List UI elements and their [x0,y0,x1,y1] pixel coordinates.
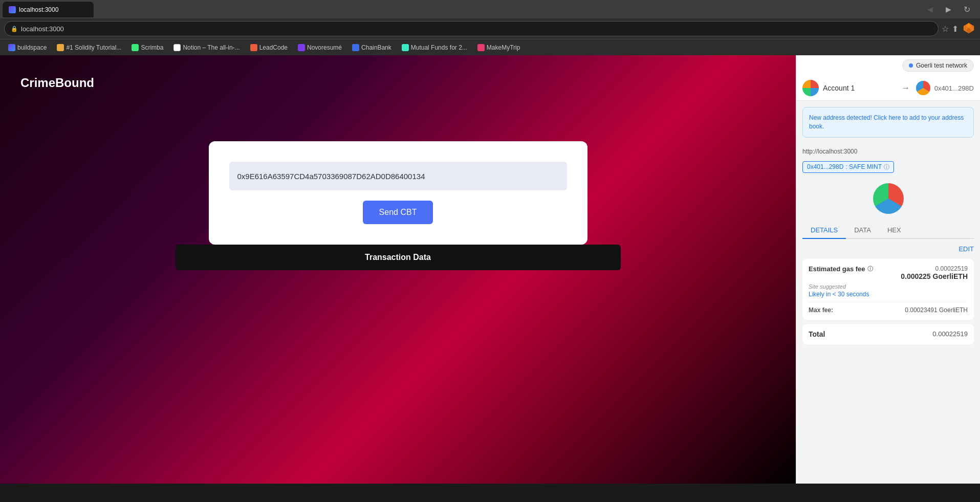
site-title: CrimeBound [20,76,94,90]
mm-total-section: Total 0.00022519 [802,324,974,344]
scrimba-icon [132,44,139,51]
mm-total-label: Total [809,330,825,338]
mm-header: Goerli test network Account 1 → 0x401...… [796,55,980,101]
notion-icon [173,44,181,51]
network-badge[interactable]: Goerli test network [902,59,974,72]
bookmark-label: MakeMyTrip [487,44,520,51]
metamask-extension-button[interactable] [962,21,976,36]
metamask-icon [963,22,975,34]
active-tab[interactable]: localhost:3000 [2,1,94,17]
address-input[interactable]: 0x9E616A63597CD4a5703369087D62AD0D864001… [229,162,567,190]
bookmark-label: #1 Solidity Tutorial... [66,44,121,51]
mm-gas-info-icon[interactable]: ⓘ [867,265,873,273]
mm-tab-hex[interactable]: HEX [879,222,909,239]
mm-safe-address: 0x401...298D [807,163,843,170]
tab-bar: localhost:3000 ◀ ▶ ↻ [0,0,980,18]
mm-total-row: Total 0.00022519 [809,330,968,338]
tab-favicon [9,6,16,13]
mm-gas-label-text: Estimated gas fee [809,265,865,273]
mm-notification-text: New address detected! Click here to add … [809,114,964,130]
mm-max-label: Max fee: [809,307,833,314]
bookmark-scrimba[interactable]: Scrimba [127,42,167,53]
mm-tab-data[interactable]: DATA [846,222,879,239]
bookmark-label: Novoresumé [307,44,342,51]
mm-info-icon: ⓘ [884,163,889,171]
mm-total-value: 0.00022519 [932,330,968,338]
lock-icon: 🔒 [11,26,18,32]
tab-title: localhost:3000 [19,6,88,13]
bookmark-mutual[interactable]: Mutual Funds for 2... [398,42,471,53]
bookmark-notion[interactable]: Notion – The all-in-... [169,42,244,53]
mm-top-row: Goerli test network [802,55,974,76]
content-card: 0x9E616A63597CD4a5703369087D62AD0D864001… [209,141,587,245]
site-header: CrimeBound [0,66,796,100]
bookmark-solidity[interactable]: #1 Solidity Tutorial... [53,42,125,53]
back-arrow-icon: ◀ [927,5,933,13]
address-text: localhost:3000 [21,25,64,33]
leadcode-icon [250,44,257,51]
address-bar[interactable]: 🔒 localhost:3000 [4,21,939,36]
bookmark-label: LeadCode [259,44,288,51]
network-dot-icon [909,63,913,68]
mm-safe-badge[interactable]: 0x401...298D : SAFE MINT ⓘ [802,161,894,173]
mm-chart-row [796,175,980,222]
forward-arrow-icon: ▶ [946,5,951,13]
mm-site-url: http://localhost:3000 [796,144,980,159]
mm-gas-values: 0.00022519 0.000225 GoerliETH [901,265,968,280]
mm-safe-mint-label: : SAFE MINT [845,163,882,170]
bookmark-label: buildspace [17,44,47,51]
tx-data-label: Transaction Data [365,253,431,261]
share-button[interactable]: ⬆ [952,24,959,34]
mm-gas-eth-large: 0.000225 GoerliETH [901,272,968,280]
mm-safe-badge-row: 0x401...298D : SAFE MINT ⓘ [796,159,980,175]
mm-site-suggested: Site suggested [809,283,968,290]
mm-account-avatar [802,80,819,96]
mm-pie-chart [873,183,904,214]
buildspace-icon [8,44,15,51]
bookmark-buildspace[interactable]: buildspace [4,42,51,53]
mm-address-avatar [916,81,930,95]
browser-chrome: localhost:3000 ◀ ▶ ↻ 🔒 localhost:3000 ☆ … [0,0,980,55]
chainbank-icon [352,44,359,51]
novo-icon [298,44,305,51]
mm-account-arrow-button[interactable]: → [900,81,912,95]
mm-edit-button[interactable]: EDIT [959,245,974,253]
mm-gas-section: Estimated gas fee ⓘ 0.00022519 0.000225 … [802,259,974,320]
reload-button[interactable]: ↻ [960,2,974,16]
send-cbt-button[interactable]: Send CBT [363,201,433,224]
bookmark-makemytrip[interactable]: MakeMyTrip [473,42,525,53]
bookmark-novo[interactable]: Novoresumé [294,42,346,53]
address-bar-row: 🔒 localhost:3000 ☆ ⬆ [0,18,980,39]
mm-tabs: DETAILS DATA HEX [802,222,974,239]
mm-details-panel: EDIT Estimated gas fee ⓘ 0.00022519 0.00… [796,239,980,484]
mutual-icon [402,44,409,51]
bookmarks-bar: buildspace #1 Solidity Tutorial... Scrim… [0,39,980,55]
mm-tab-details[interactable]: DETAILS [802,222,846,239]
forward-button[interactable]: ▶ [941,2,955,16]
back-button[interactable]: ◀ [923,2,937,16]
bookmark-label: ChainBank [361,44,391,51]
bookmark-button[interactable]: ☆ [942,24,949,34]
main-area: CrimeBound 0x9E616A63597CD4a5703369087D6… [0,55,980,484]
bookmark-label: Scrimba [141,44,163,51]
bookmark-leadcode[interactable]: LeadCode [246,42,292,53]
mm-max-value: 0.00023491 GoerliETH [905,307,968,314]
mm-gas-label: Estimated gas fee ⓘ [809,265,873,273]
mm-url-text: http://localhost:3000 [802,148,857,155]
network-label: Goerli test network [916,62,967,69]
address-input-value: 0x9E616A63597CD4a5703369087D62AD0D864001… [237,172,425,181]
mm-notification-banner[interactable]: New address detected! Click here to add … [802,107,974,138]
solidity-icon [57,44,64,51]
mm-edit-row: EDIT [802,245,974,253]
mm-account-name: Account 1 [823,84,896,92]
bookmark-label: Mutual Funds for 2... [411,44,467,51]
metamask-sidebar: Goerli test network Account 1 → 0x401...… [796,55,980,484]
mm-address-short: 0x401...298D [934,84,974,92]
nav-buttons: ◀ ▶ ↻ [94,0,978,18]
mm-gas-eth-small: 0.00022519 [901,265,968,272]
mm-account-row: Account 1 → 0x401...298D [802,76,974,100]
mm-likely-time: Likely in < 30 seconds [809,291,968,298]
bookmark-chainbank[interactable]: ChainBank [348,42,396,53]
mm-max-fee-row: Max fee: 0.00023491 GoerliETH [809,302,968,314]
makemytrip-icon [477,44,485,51]
